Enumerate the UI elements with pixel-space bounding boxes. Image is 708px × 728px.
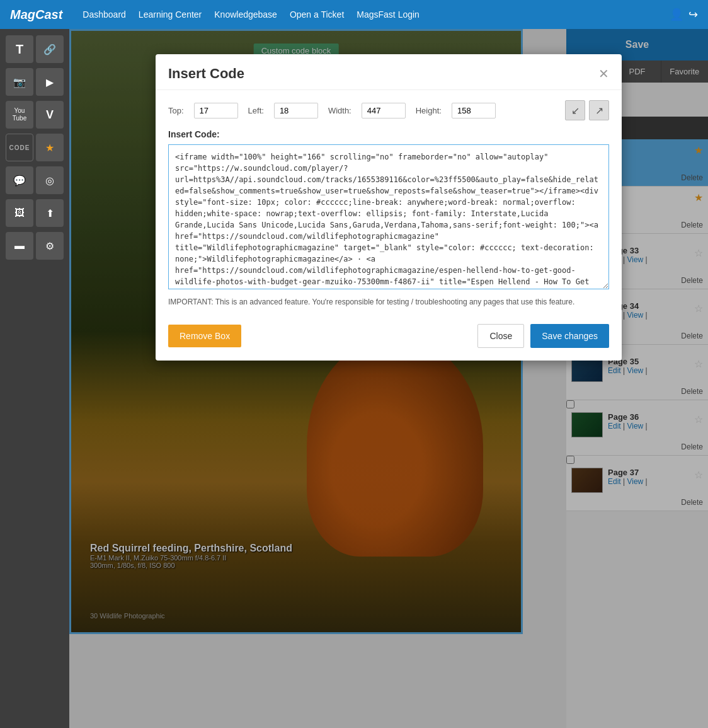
tool-gallery[interactable]: 🖼 bbox=[6, 199, 33, 227]
important-note: IMPORTANT: This is an advanced feature. … bbox=[168, 298, 609, 306]
tool-code[interactable]: CODE bbox=[6, 134, 33, 161]
brand-logo[interactable]: MagCast bbox=[10, 8, 62, 22]
nav-magsfast-login[interactable]: MagsFast Login bbox=[357, 9, 420, 20]
tool-vimeo[interactable]: V bbox=[36, 101, 64, 129]
left-input[interactable] bbox=[274, 103, 318, 118]
tool-video[interactable]: ▶ bbox=[36, 68, 64, 96]
modal-fields-row: Top: Left: Width: Height: ↙ ↗ bbox=[168, 100, 609, 120]
nav-user-icons: 👤 ↪ bbox=[670, 8, 698, 21]
height-label: Height: bbox=[416, 106, 442, 115]
modal-header: Insert Code ✕ bbox=[156, 54, 622, 90]
nav-learning-center[interactable]: Learning Center bbox=[139, 9, 202, 20]
nav-dashboard[interactable]: Dashboard bbox=[83, 9, 126, 20]
nav-open-ticket[interactable]: Open a Ticket bbox=[290, 9, 344, 20]
tool-link[interactable]: 🔗 bbox=[36, 35, 64, 63]
left-toolbar: T 🔗 📷 ▶ YouTube V CODE ★ 💬 ◎ 🖼 ⬆ ▬ ⚙ bbox=[0, 29, 69, 728]
save-changes-button[interactable]: Save changes bbox=[530, 324, 609, 348]
height-input[interactable] bbox=[452, 103, 496, 118]
top-label: Top: bbox=[168, 106, 184, 115]
arrow-down-button[interactable]: ↙ bbox=[565, 100, 585, 120]
tool-circle[interactable]: ◎ bbox=[36, 166, 64, 194]
width-label: Width: bbox=[328, 106, 351, 115]
top-navigation: MagCast Dashboard Learning Center Knowle… bbox=[0, 0, 708, 29]
main-layout: T 🔗 📷 ▶ YouTube V CODE ★ 💬 ◎ 🖼 ⬆ ▬ ⚙ bbox=[0, 29, 708, 728]
tool-settings[interactable]: ⚙ bbox=[36, 232, 64, 260]
arrow-up-button[interactable]: ↗ bbox=[589, 100, 609, 120]
close-button[interactable]: Close bbox=[477, 324, 524, 348]
remove-box-button[interactable]: Remove Box bbox=[168, 325, 241, 347]
logout-icon[interactable]: ↪ bbox=[688, 8, 698, 21]
modal-body: Top: Left: Width: Height: ↙ ↗ Insert bbox=[156, 90, 622, 316]
tool-text[interactable]: T bbox=[6, 35, 33, 63]
tool-star[interactable]: ★ bbox=[36, 134, 64, 161]
nav-knowledgebase[interactable]: Knowledgebase bbox=[214, 9, 277, 20]
insert-code-modal: Insert Code ✕ Top: Left: Width: Height: bbox=[156, 54, 622, 361]
tool-camera[interactable]: 📷 bbox=[6, 68, 33, 96]
insert-code-label: Insert Code: bbox=[168, 129, 609, 139]
tool-upload[interactable]: ⬆ bbox=[36, 199, 64, 227]
left-label: Left: bbox=[248, 106, 264, 115]
tool-comment[interactable]: 💬 bbox=[6, 166, 33, 194]
modal-overlay: Insert Code ✕ Top: Left: Width: Height: bbox=[69, 29, 708, 728]
modal-title: Insert Code bbox=[168, 66, 244, 82]
nav-links: Dashboard Learning Center Knowledgebase … bbox=[83, 9, 654, 20]
user-icon[interactable]: 👤 bbox=[670, 8, 683, 21]
canvas-area: Custom code block Red Squirrel feeding, … bbox=[69, 29, 708, 728]
code-textarea[interactable]: <iframe width="100%" height="166" scroll… bbox=[168, 144, 609, 289]
modal-close-button[interactable]: ✕ bbox=[598, 67, 609, 80]
tool-layout[interactable]: ▬ bbox=[6, 232, 33, 260]
width-input[interactable] bbox=[362, 103, 406, 118]
tool-youtube[interactable]: YouTube bbox=[6, 101, 33, 129]
modal-footer-right: Close Save changes bbox=[477, 324, 609, 348]
modal-arrows: ↙ ↗ bbox=[565, 100, 609, 120]
top-input[interactable] bbox=[194, 103, 238, 118]
modal-footer: Remove Box Close Save changes bbox=[156, 316, 622, 361]
